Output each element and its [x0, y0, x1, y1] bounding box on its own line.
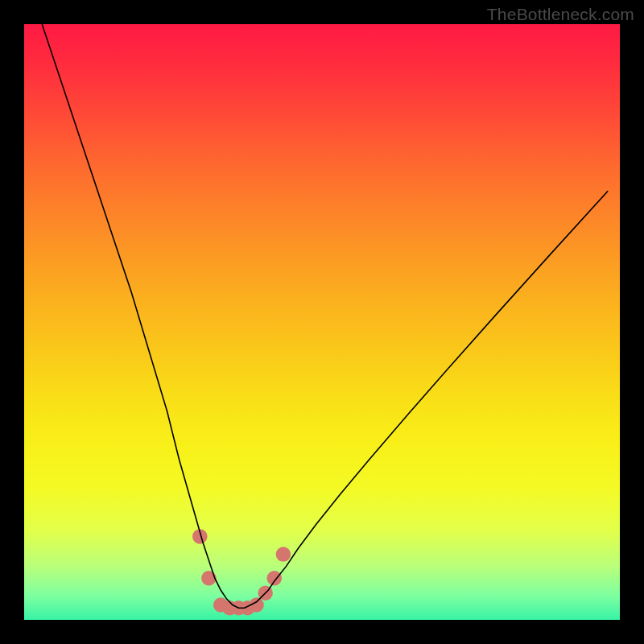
watermark-text: TheBottleneck.com [487, 5, 634, 24]
highlight-points-group [192, 529, 291, 615]
bottleneck-curve [42, 24, 608, 608]
highlight-point [276, 547, 291, 562]
highlight-point [267, 571, 283, 586]
highlight-point [201, 571, 217, 586]
chart-plot-area [24, 24, 620, 620]
chart-svg [24, 24, 620, 620]
